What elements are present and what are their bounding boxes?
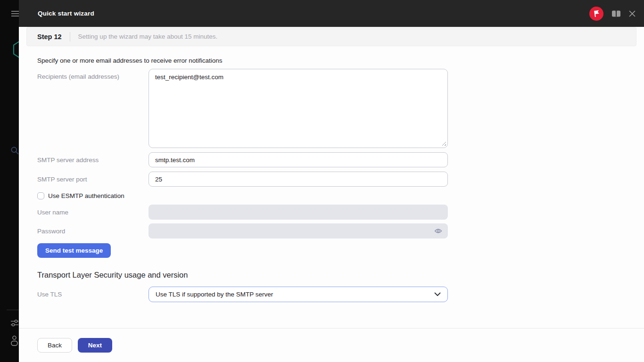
smtp-port-label: SMTP server port: [37, 176, 149, 183]
open-book-icon[interactable]: [611, 9, 621, 18]
wizard-footer: Back Next: [19, 328, 644, 362]
chevron-down-icon: [434, 292, 441, 296]
password-input: [149, 223, 448, 239]
smtp-port-input[interactable]: [149, 172, 448, 187]
send-test-message-button[interactable]: Send test message: [37, 243, 111, 258]
username-input: [149, 205, 448, 220]
close-icon[interactable]: [628, 10, 636, 17]
step-progress-bar: Step 12 Setting up the wizard may take a…: [26, 27, 636, 46]
esmtp-auth-label: Use ESMTP authentication: [48, 192, 124, 199]
step-number: Step 12: [37, 33, 62, 41]
hamburger-menu-icon[interactable]: [11, 11, 19, 17]
dialog-header: Quick start wizard: [19, 0, 644, 27]
esmtp-auth-checkbox-row[interactable]: Use ESMTP authentication: [37, 192, 644, 199]
tls-selected-option: Use TLS if supported by the SMTP server: [156, 291, 273, 298]
recipients-textarea[interactable]: test_recipient@test.com: [149, 69, 448, 148]
step-bar-divider: [70, 32, 70, 41]
password-label: Password: [37, 228, 149, 235]
smtp-address-label: SMTP server address: [37, 156, 149, 164]
wizard-form: Specify one or more email addresses to r…: [19, 57, 644, 302]
show-password-eye-icon[interactable]: [434, 228, 442, 234]
sidebar-divider: [7, 310, 19, 310]
search-icon[interactable]: [11, 147, 19, 155]
tls-select[interactable]: Use TLS if supported by the SMTP server: [149, 287, 448, 302]
back-button[interactable]: Back: [37, 338, 72, 353]
use-tls-label: Use TLS: [37, 291, 149, 298]
tls-section-heading: Transport Layer Security usage and versi…: [37, 271, 644, 280]
next-button[interactable]: Next: [78, 338, 112, 353]
quick-start-wizard-dialog: Quick start wizard: [19, 0, 644, 362]
smtp-address-input[interactable]: [149, 152, 448, 167]
form-intro-text: Specify one or more email addresses to r…: [37, 57, 644, 64]
settings-sliders-icon[interactable]: [10, 319, 19, 327]
recipients-label: Recipients (email addresses): [37, 69, 149, 80]
app-sidebar: [0, 0, 19, 362]
brand-hexagon-logo: [12, 40, 19, 59]
paessler-flag-icon[interactable]: [589, 7, 603, 21]
username-label: User name: [37, 209, 149, 216]
dialog-title: Quick start wizard: [38, 10, 94, 17]
step-hint-text: Setting up the wizard may take about 15 …: [78, 33, 218, 40]
user-account-icon[interactable]: [11, 336, 19, 346]
esmtp-auth-checkbox[interactable]: [37, 192, 44, 199]
